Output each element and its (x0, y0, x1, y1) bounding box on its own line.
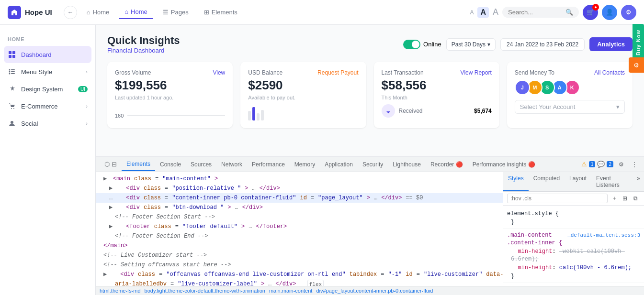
nav-item-pages[interactable]: ☰ Pages (157, 6, 194, 19)
dropdown-icon: ▾ (487, 41, 490, 48)
back-button[interactable]: ← (64, 6, 77, 19)
style-prop-min-height-2: min-height: calc(100vh - 6.6rem); (503, 263, 644, 272)
user-icon: 👤 (606, 9, 613, 16)
styles-tab-more[interactable]: » (633, 172, 644, 191)
cart-button[interactable]: 🛒 ● (583, 5, 598, 20)
devtools-tab-network[interactable]: Network (216, 158, 247, 171)
nav-item-home2[interactable]: ⌂ Home (119, 5, 153, 19)
breadcrumb-html[interactable]: html.theme-fs-md (100, 288, 141, 294)
search-input[interactable] (508, 9, 563, 16)
devtools-tab-performance-insights[interactable]: Performance insights 🔴 (468, 158, 540, 171)
usd-balance-link[interactable]: Request Payout (317, 69, 358, 76)
styles-panel-tabs: Styles Computed Layout Event Listeners » (503, 172, 644, 192)
styles-tab-layout[interactable]: Layout (565, 172, 591, 191)
usd-balance-label: USD Balance Request Payout (248, 69, 358, 76)
svg-rect-9 (11, 73, 15, 74)
code-line-11[interactable]: ▶ <div class="offcanvas offcanvas-end li… (96, 270, 503, 279)
devtools-more-btn[interactable]: ⋮ (629, 159, 640, 170)
code-line-12: aria-labelledby="live-customizer-label">… (96, 279, 503, 286)
style-block-element: element.style { } (503, 208, 644, 229)
svg-rect-0 (9, 51, 11, 54)
received-amount: $5,674 (474, 108, 492, 114)
settings-float-button[interactable]: ⚙ (629, 57, 644, 73)
gross-volume-chart: 160 (115, 104, 225, 119)
nav-item-elements[interactable]: ⊞ Elements (198, 6, 243, 19)
code-line-7: <!-- Footer Section End --> (96, 231, 503, 241)
filter-inspector-icon[interactable]: ⊞ (620, 194, 630, 203)
date-range-button[interactable]: Past 30 Days ▾ (446, 38, 496, 51)
devtools-tab-console[interactable]: Console (155, 158, 186, 171)
online-toggle[interactable] (403, 40, 420, 49)
devtools-tab-lighthouse[interactable]: Lighthouse (388, 158, 426, 171)
code-line-6[interactable]: ▶ <footer class="footer default">…</foot… (96, 222, 503, 231)
received-label: Received (399, 108, 423, 114)
last-transaction-card: Last Transaction View Report $58,556 Thi… (374, 62, 499, 128)
menu-style-label: Menu Style (21, 68, 52, 76)
devtools-tab-elements[interactable]: Elements (122, 158, 155, 171)
home-icon: ⌂ (87, 9, 90, 16)
code-line-9: <!-- Live Customizer start --> (96, 251, 503, 260)
font-size-medium[interactable]: A (477, 7, 489, 18)
gross-volume-sub: Last updated 1 hour ago. (115, 95, 225, 100)
devtools-tab-performance[interactable]: Performance (247, 158, 290, 171)
ecommerce-icon (8, 102, 16, 110)
font-size-small[interactable]: A (470, 9, 474, 16)
devtools-tab-sources[interactable]: Sources (186, 158, 216, 171)
nav-item-home1[interactable]: ⌂ Home (81, 6, 115, 19)
select-account[interactable]: Select Your Account ▾ (515, 100, 625, 114)
online-label: Online (423, 41, 441, 48)
styles-tab-computed[interactable]: Computed (529, 172, 565, 191)
nav-settings-button[interactable]: ⚙ (621, 5, 636, 20)
styles-filter-input[interactable] (507, 194, 608, 203)
filter-add-icon[interactable]: + (610, 194, 619, 203)
logo-icon (8, 6, 21, 19)
ecommerce-chevron: › (86, 103, 88, 109)
title-area: Quick Insights Financial Dashboard (107, 34, 180, 54)
devtools-tab-recorder[interactable]: Recorder 🔴 (426, 158, 468, 171)
analytics-button[interactable]: Analytics (589, 37, 633, 51)
ecommerce-label: E-Commerce (21, 103, 58, 110)
code-line-4[interactable]: ▶ <div class="btn-download ">…</div> (96, 203, 503, 212)
code-line-1[interactable]: ▶<main class="main-content"> (96, 174, 503, 184)
devtools-tab-application[interactable]: Application (320, 158, 358, 171)
styles-tab-styles[interactable]: Styles (503, 172, 529, 191)
sidebar-item-design-system[interactable]: Design System UI (0, 80, 95, 98)
code-line-3[interactable]: … <div class="content-inner pb-0 contain… (96, 193, 503, 203)
date-display: 24 Jan 2022 to 23 Feb 2022 (500, 38, 585, 51)
style-source-1[interactable]: _default-ma…tent.scss:3 (567, 232, 640, 238)
style-prop-close: } (503, 218, 644, 227)
sidebar-item-dashboard[interactable]: Dashboard (4, 46, 91, 63)
filter-copy-icon[interactable]: ⧉ (631, 194, 640, 203)
toggle-thumb (412, 41, 419, 48)
breadcrumb-main[interactable]: main.main-content (269, 288, 313, 294)
buy-now-button[interactable]: Buy Now (633, 24, 644, 61)
sidebar-item-ecommerce[interactable]: E-Commerce › (0, 98, 95, 115)
content-area: Quick Insights Financial Dashboard Onlin… (96, 25, 644, 295)
gross-volume-card: Gross Volume View $199,556 Last updated … (107, 62, 233, 128)
search-box[interactable]: 🔍 (502, 7, 579, 18)
financial-dashboard-link[interactable]: Financial Dashboard (107, 47, 180, 54)
styles-tab-event-listeners[interactable]: Event Listeners (591, 172, 633, 191)
last-transaction-link[interactable]: View Report (461, 69, 492, 76)
font-size-large[interactable]: A (493, 7, 498, 17)
received-icon (382, 104, 395, 118)
devtools-tab-security[interactable]: Security (358, 158, 388, 171)
code-line-2[interactable]: ▶ <div class="position-relative ">…</div… (96, 184, 503, 193)
styles-panel: Styles Computed Layout Event Listeners »… (503, 172, 644, 286)
gross-volume-link[interactable]: View (213, 69, 225, 76)
last-transaction-label: Last Transaction View Report (382, 69, 492, 76)
cart-badge: ● (592, 4, 599, 11)
breadcrumb-body[interactable]: body.light.theme-color-default.theme-wit… (145, 288, 265, 294)
header-controls: Online Past 30 Days ▾ 24 Jan 2022 to 23 … (403, 37, 633, 51)
breadcrumb-div[interactable]: div#page_layout.content-inner.pb-0.conta… (316, 288, 433, 294)
sidebar-item-social[interactable]: Social › (0, 115, 95, 132)
cards-row: Gross Volume View $199,556 Last updated … (107, 62, 633, 128)
user-button[interactable]: 👤 (602, 5, 617, 20)
avatar-1: J (515, 80, 530, 95)
dashboard-icon (8, 50, 16, 59)
devtools-tab-memory[interactable]: Memory (290, 158, 320, 171)
send-money-link[interactable]: All Contacts (594, 69, 625, 76)
devtools-tab-elements-icon[interactable]: ⬡ ⊟ (100, 158, 122, 171)
sidebar-item-menu-style[interactable]: Menu Style › (0, 63, 95, 80)
devtools-settings-btn[interactable]: ⚙ (615, 159, 627, 170)
